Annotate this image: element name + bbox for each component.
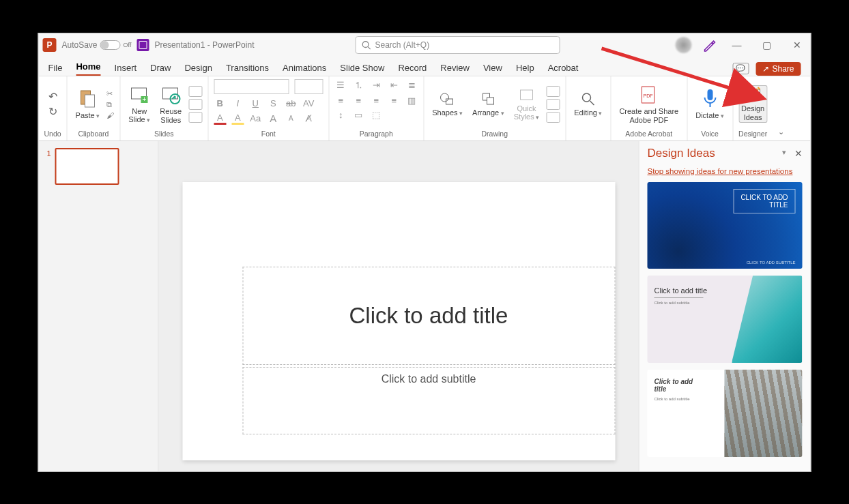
arrange-button[interactable]: Arrange [470,91,507,117]
svg-point-9 [441,93,449,102]
columns-button[interactable]: ▥ [405,95,418,106]
user-avatar[interactable] [676,37,692,53]
tab-insert[interactable]: Insert [115,63,137,76]
new-slide-button[interactable]: + New Slide [126,84,153,124]
close-button[interactable]: ✕ [788,40,807,50]
paste-icon [76,88,98,110]
group-paragraph: ☰ ⒈ ⇥ ⇤ ≣ ≡ ≡ ≡ ≡ ▥ ↕ ▭ ⬚ [329,76,424,140]
group-label-acrobat: Adobe Acrobat [625,130,672,139]
redo-icon[interactable]: ↻ [48,105,57,118]
numbering-button[interactable]: ⒈ [352,79,364,91]
pen-icon[interactable] [703,38,717,52]
minimize-button[interactable]: — [728,40,747,50]
slide-thumbnail-1[interactable] [55,148,119,185]
search-icon [361,40,371,50]
search-box[interactable]: Search (Alt+Q) [355,36,560,54]
font-color-button[interactable]: A [214,113,226,125]
layout-icon[interactable] [188,86,202,97]
shape-effects-icon[interactable] [546,112,560,123]
highlight-button[interactable]: A [231,113,244,125]
copy-icon[interactable]: ⧉ [106,100,114,109]
svg-rect-3 [85,95,94,107]
design-idea-3[interactable]: Click to add title Click to add subtitle [648,370,803,457]
tab-review[interactable]: Review [440,63,470,76]
italic-button[interactable]: I [231,98,244,108]
line-spacing-button[interactable]: ≣ [405,80,418,90]
pane-close-button[interactable]: ✕ [794,148,803,159]
shadow-button[interactable]: S [267,98,279,108]
slide-thumbnails: 1 [39,141,159,471]
text-direction-button[interactable]: ↕ [334,110,347,120]
justify-button[interactable]: ≡ [388,95,400,106]
grow-font-button[interactable]: A [267,113,279,124]
font-name-input[interactable] [214,79,289,94]
maximize-button[interactable]: ▢ [758,40,777,50]
group-designer: Design Ideas Designer [733,76,773,140]
editing-button[interactable]: Editing [571,91,605,117]
design-idea-2[interactable]: Click to add title Click to add subtitle [648,276,803,363]
format-painter-icon[interactable]: 🖌 [106,111,114,119]
tab-transitions[interactable]: Transitions [226,63,269,76]
tab-design[interactable]: Design [184,63,212,76]
design-idea-1[interactable]: CLICK TO ADD TITLE CLICK TO ADD SUBTITLE [648,182,803,269]
svg-line-15 [590,101,594,105]
indent-dec-button[interactable]: ⇤ [388,80,400,90]
toggle-off-icon[interactable] [100,40,121,50]
font-size-input[interactable] [294,79,323,94]
paste-button[interactable]: Paste [73,88,103,120]
ribbon-collapse-button[interactable]: ⌄ [773,76,789,140]
stop-showing-link[interactable]: Stop showing ideas for new presentations [648,167,803,175]
subtitle-placeholder[interactable]: Click to add subtitle [242,367,615,434]
underline-button[interactable]: U [249,98,261,108]
document-title: Presentation1 - PowerPoint [154,40,254,50]
tab-acrobat[interactable]: Acrobat [548,63,579,76]
shrink-font-button[interactable]: A [285,115,297,122]
change-case-button[interactable]: Aa [249,113,261,123]
group-drawing: Shapes Arrange Quick Styles Drawing [424,76,566,140]
shape-fill-icon[interactable] [546,86,560,97]
tab-record[interactable]: Record [398,63,427,76]
tab-draw[interactable]: Draw [150,63,171,76]
tab-animations[interactable]: Animations [283,63,326,76]
undo-icon[interactable]: ↶ [48,90,57,103]
align-text-button[interactable]: ▭ [352,110,364,120]
save-icon[interactable] [136,39,149,51]
smartart-button[interactable]: ⬚ [370,110,382,120]
comments-button[interactable]: 💬 [732,63,749,74]
group-label-voice: Voice [701,130,719,139]
shapes-button[interactable]: Shapes [429,91,465,117]
char-spacing-button[interactable]: AV [302,98,315,108]
align-center-button[interactable]: ≡ [352,95,364,106]
tab-home[interactable]: Home [76,61,100,76]
cut-icon[interactable]: ✂ [106,89,114,98]
group-label-undo: Undo [44,130,61,139]
align-left-button[interactable]: ≡ [334,95,347,106]
title-placeholder[interactable]: Click to add title [242,267,615,365]
reset-icon[interactable] [188,99,202,110]
indent-inc-button[interactable]: ⇥ [370,80,382,90]
slide[interactable]: Click to add title Click to add subtitle [182,182,615,460]
share-button[interactable]: ↗ Share [756,62,801,76]
align-right-button[interactable]: ≡ [370,95,382,106]
autosave-toggle[interactable]: AutoSave Off [62,40,132,50]
pdf-icon: PDF [638,84,660,106]
tab-slideshow[interactable]: Slide Show [340,63,384,76]
tab-file[interactable]: File [48,63,63,76]
bullets-button[interactable]: ☰ [334,80,347,90]
section-icon[interactable] [188,112,202,123]
find-icon [580,91,596,107]
clear-formatting-button[interactable]: A̸ [302,113,315,123]
tab-help[interactable]: Help [516,63,534,76]
dictate-button[interactable]: Dictate [693,88,727,120]
tab-view[interactable]: View [483,63,502,76]
shape-outline-icon[interactable] [546,99,560,110]
quick-styles-button[interactable]: Quick Styles [511,87,542,121]
design-ideas-button[interactable]: Design Ideas [738,85,767,122]
create-share-pdf-button[interactable]: PDF Create and Share Adobe PDF [616,84,681,123]
group-undo: ↶ ↻ Undo [39,76,68,140]
reuse-slides-icon [160,84,182,106]
bold-button[interactable]: B [214,98,226,108]
reuse-slides-button[interactable]: Reuse Slides [157,84,184,123]
strike-button[interactable]: ab [285,98,297,108]
pane-menu-icon[interactable]: ▾ [782,148,786,159]
